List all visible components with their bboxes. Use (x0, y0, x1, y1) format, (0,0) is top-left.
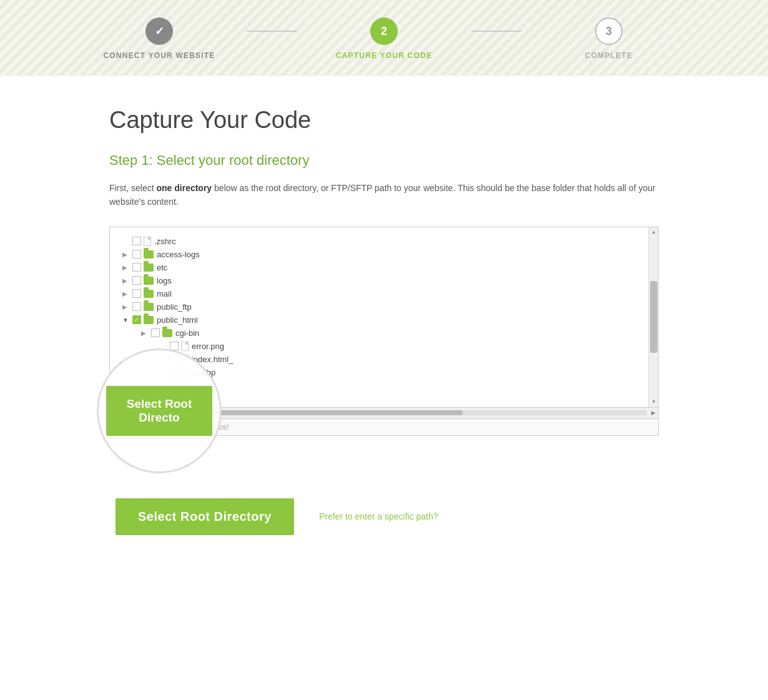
step-circle-complete: 3 (595, 17, 623, 45)
folder-icon-public-ftp (144, 303, 154, 311)
tree-item-public-ftp[interactable]: ▶ public_ftp (110, 300, 658, 313)
step-connect: ✓ CONNECT YOUR WEBSITE (72, 17, 247, 60)
step-circle-connect: ✓ (145, 17, 173, 45)
arrow-public-ftp: ▶ (122, 303, 131, 310)
checkbox-public-ftp[interactable] (132, 302, 141, 311)
tree-item-etc[interactable]: ▶ etc (110, 261, 658, 274)
checkbox-cgi-bin[interactable] (151, 328, 160, 337)
folder-icon-access-logs (144, 250, 154, 259)
label-cgi-bin: cgi-bin (175, 328, 199, 338)
file-icon-zshrc (144, 237, 151, 246)
tree-item-public-html[interactable]: ▼ ✓ public_html (110, 313, 658, 327)
tree-item-error-png[interactable]: error.png (110, 340, 658, 353)
checkbox-access-logs[interactable] (132, 250, 141, 259)
label-access-logs: access-logs (157, 250, 200, 259)
step-capture: 2 CAPTURE YOUR CODE (297, 17, 471, 60)
step-label-capture: CAPTURE YOUR CODE (336, 51, 432, 60)
magnifier-circle: Select Root Directo (97, 348, 222, 473)
file-icon-error-png (181, 342, 189, 351)
folder-icon-cgi-bin (162, 329, 172, 337)
scroll-arrow-down[interactable]: ▼ (649, 397, 659, 407)
bottom-section: Select Root Directory Prefer to enter a … (109, 498, 659, 535)
instructions-bold: one directory (156, 183, 212, 193)
folder-icon-etc (144, 264, 154, 272)
tree-item-mail[interactable]: ▶ mail (110, 287, 658, 300)
step-circle-capture: 2 (370, 17, 398, 45)
arrow-etc: ▶ (122, 264, 131, 271)
label-public-html: public_html (157, 315, 198, 325)
label-zshrc: .zshrc (154, 237, 176, 246)
stepper-bar: ✓ CONNECT YOUR WEBSITE 2 CAPTURE YOUR CO… (0, 0, 768, 76)
folder-icon-logs (144, 277, 154, 285)
arrow-access-logs: ▶ (122, 251, 131, 258)
step-connector-2 (471, 31, 521, 32)
checkbox-logs[interactable] (132, 276, 141, 285)
label-etc: etc (157, 263, 167, 272)
folder-icon-mail (144, 290, 154, 298)
instructions-text1: First, select (109, 183, 156, 193)
checkbox-public-html[interactable]: ✓ (132, 315, 141, 324)
step-connector-1 (247, 31, 297, 32)
checkbox-etc[interactable] (132, 263, 141, 272)
label-public-ftp: public_ftp (157, 302, 192, 312)
select-btn-magnified: Select Root Directo (106, 386, 212, 436)
label-error-png: error.png (192, 342, 224, 351)
tree-item-cgi-bin[interactable]: ▶ cgi-bin (110, 327, 658, 340)
instructions: First, select one directory below as the… (109, 181, 659, 209)
tree-item-logs[interactable]: ▶ logs (110, 274, 658, 287)
arrow-cgi-bin: ▶ (141, 330, 150, 337)
step-label-complete: COMPLETE (585, 51, 633, 60)
step-label-connect: CONNECT YOUR WEBSITE (103, 51, 215, 60)
arrow-public-html: ▼ (122, 317, 131, 323)
label-mail: mail (157, 289, 172, 298)
checkbox-zshrc[interactable] (132, 237, 141, 245)
arrow-logs: ▶ (122, 277, 131, 284)
tree-item-access-logs[interactable]: ▶ access-logs (110, 248, 658, 261)
arrow-zshrc (122, 238, 131, 245)
vertical-scrollbar[interactable]: ▲ ▼ (648, 227, 658, 407)
page-title: Capture Your Code (109, 107, 659, 134)
step-heading: Step 1: Select your root directory (109, 152, 659, 169)
checkbox-mail[interactable] (132, 289, 141, 298)
step-complete: 3 COMPLETE (521, 17, 696, 60)
scroll-arrow-up[interactable]: ▲ (649, 227, 659, 237)
select-root-directory-button[interactable]: Select Root Directory (116, 498, 294, 535)
file-tree-section: .zshrc ▶ access-logs ▶ etc (109, 227, 659, 436)
label-logs: logs (157, 276, 172, 285)
specific-path-link[interactable]: Prefer to enter a specific path? (319, 511, 438, 521)
scroll-arrow-right[interactable]: ▶ (648, 408, 658, 418)
scroll-thumb-vertical[interactable] (650, 281, 657, 353)
main-content: Capture Your Code Step 1: Select your ro… (84, 76, 684, 573)
tree-item-zshrc[interactable]: .zshrc (110, 235, 658, 248)
folder-icon-public-html (144, 316, 154, 324)
arrow-mail: ▶ (122, 290, 131, 297)
